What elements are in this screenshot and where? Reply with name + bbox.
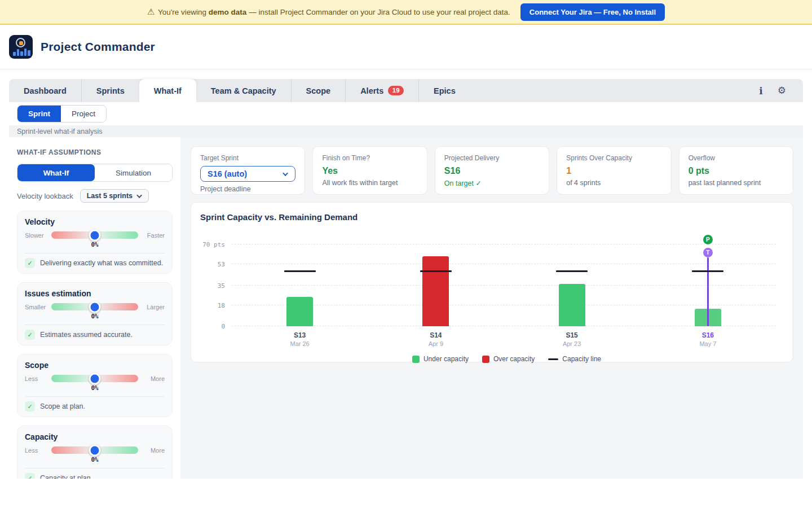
view-subtitle: Sprint-level what-if analysis <box>9 125 803 137</box>
legend-square-swatch <box>482 356 489 363</box>
legend-label: Under capacity <box>423 355 469 363</box>
scope-slider[interactable] <box>51 375 138 382</box>
y-tick-label: 0 <box>221 323 225 330</box>
y-tick-label: 18 <box>218 302 225 309</box>
mode-toggle-row: Sprint Project <box>9 102 803 125</box>
chart-gridline: 35 <box>232 285 776 286</box>
chart-gridline: 70 pts <box>232 244 776 244</box>
slider-value: 0% <box>25 456 165 463</box>
assumptions-sidebar: WHAT-IF ASSUMPTIONS What-If Simulation V… <box>9 137 180 479</box>
slider-value: 0% <box>25 313 165 320</box>
connect-jira-button[interactable]: Connect Your Jira — Free, No Install <box>520 3 665 21</box>
legend-square-swatch <box>412 356 420 363</box>
tab-team-capacity[interactable]: Team & Capacity <box>196 79 291 102</box>
chart-x-axis: S13Mar 26S14Apr 9S15Apr 23S16May 7 <box>232 331 776 352</box>
tab-epics[interactable]: Epics <box>418 79 470 102</box>
slider-thumb[interactable] <box>89 373 101 384</box>
main-content: Target Sprint S16 (auto) Project deadlin… <box>180 137 803 479</box>
chart-gridline: 53 <box>232 264 776 264</box>
chart-plot: 70 pts5335180PT <box>232 244 776 326</box>
legend-line-swatch <box>548 358 558 360</box>
target-marker: T <box>703 248 713 257</box>
slider-min-label: Less <box>25 375 46 382</box>
y-tick-label: 70 pts <box>202 241 225 248</box>
target-sprint-select[interactable]: S16 (auto) <box>200 166 295 182</box>
demo-data-banner: ⚠ You're viewing demo data — install Pro… <box>0 0 812 25</box>
legend-item: Under capacity <box>412 355 469 363</box>
sprint-project-toggle: Sprint Project <box>17 105 107 122</box>
legend-label: Capacity line <box>562 355 601 363</box>
slider-max-label: Faster <box>143 232 165 239</box>
y-tick-label: 53 <box>218 261 225 268</box>
y-tick-label: 35 <box>218 282 225 290</box>
assumption-note: Capacity at plan. <box>40 474 92 479</box>
toggle-sprint[interactable]: Sprint <box>17 106 61 122</box>
velocity-lookback-select[interactable]: Last 5 sprints <box>80 189 149 203</box>
slider-max-label: Larger <box>143 304 165 310</box>
slider-thumb[interactable] <box>89 301 101 313</box>
tab-dashboard[interactable]: Dashboard <box>9 79 81 102</box>
tab-sprints[interactable]: Sprints <box>81 79 139 102</box>
check-icon: ✓ <box>25 258 35 268</box>
legend-item: Over capacity <box>482 355 535 363</box>
capacity-chart-card: Sprint Capacity vs. Remaining Demand 70 … <box>191 202 793 362</box>
assumption-card-issues-estimation: Issues estimation Smaller Larger 0% ✓ Es… <box>17 282 173 345</box>
planned-marker: P <box>703 235 713 244</box>
check-icon: ✓ <box>25 330 35 340</box>
toggle-project[interactable]: Project <box>61 106 106 122</box>
velocity-lookback-label: Velocity lookback <box>17 192 73 200</box>
slider-min-label: Slower <box>25 232 46 239</box>
assumption-card-scope: Scope Less More 0% ✓ Scope at plan. <box>17 354 173 417</box>
capacity-line-segment <box>556 270 588 272</box>
app-header: Project Commander <box>0 25 812 69</box>
velocity-slider[interactable] <box>51 231 138 239</box>
demand-bar <box>559 284 585 326</box>
warning-icon: ⚠ <box>147 7 155 16</box>
check-icon: ✓ <box>25 401 35 411</box>
app-title: Project Commander <box>41 40 155 54</box>
tab-scope[interactable]: Scope <box>291 79 346 102</box>
alerts-count-badge: 19 <box>388 86 404 95</box>
slider-thumb[interactable] <box>89 229 101 241</box>
capacity-line-segment <box>692 270 723 272</box>
info-icon[interactable]: i <box>759 85 762 97</box>
check-icon: ✓ <box>25 473 35 479</box>
issues-estimation-slider[interactable] <box>51 303 138 310</box>
tab-bar: Dashboard Sprints What-If Team & Capacit… <box>9 79 803 102</box>
slider-min-label: Smaller <box>25 304 46 310</box>
capacity-line-segment <box>420 270 452 272</box>
x-axis-label: S16May 7 <box>699 331 716 347</box>
app-logo-icon <box>9 35 33 59</box>
gear-icon[interactable]: ⚙ <box>778 85 786 97</box>
demand-bar <box>286 297 313 326</box>
slider-max-label: More <box>143 375 165 382</box>
slider-max-label: More <box>143 447 165 454</box>
capacity-slider[interactable] <box>51 446 138 454</box>
chevron-down-icon <box>136 192 142 198</box>
x-axis-label: S13Mar 26 <box>290 331 310 347</box>
chart-legend: Under capacityOver capacityCapacity line <box>232 355 782 363</box>
tab-what-if[interactable]: What-If <box>139 79 196 102</box>
assumption-note: Delivering exactly what was committed. <box>40 259 163 267</box>
x-axis-label: S14Apr 9 <box>429 331 443 347</box>
toggle-simulation[interactable]: Simulation <box>95 164 172 181</box>
assumption-note: Estimates assumed accurate. <box>40 331 133 339</box>
toggle-what-if[interactable]: What-If <box>17 164 95 181</box>
legend-item: Capacity line <box>548 355 601 363</box>
tab-alerts[interactable]: Alerts 19 <box>345 79 418 102</box>
slider-value: 0% <box>25 384 165 392</box>
assumption-card-capacity: Capacity Less More 0% ✓ Capacity at plan… <box>17 426 173 479</box>
kpi-sprints-over-capacity: Sprints Over Capacity 1 of 4 sprints <box>557 146 671 195</box>
target-sprint-line <box>707 257 709 327</box>
assumption-note: Scope at plan. <box>40 402 85 410</box>
chart-title: Sprint Capacity vs. Remaining Demand <box>200 212 782 222</box>
chart-gridline: 18 <box>232 305 776 305</box>
chevron-down-icon <box>283 170 289 176</box>
kpi-target-sprint: Target Sprint S16 (auto) Project deadlin… <box>191 146 305 195</box>
assumption-card-velocity: Velocity Slower Faster 0% ✓ Delivering e… <box>17 211 173 274</box>
kpi-projected-delivery: Projected Delivery S16 On target ✓ <box>435 146 549 195</box>
x-axis-label: S15Apr 23 <box>563 331 581 347</box>
kpi-overflow: Overflow 0 pts past last planned sprint <box>679 146 793 195</box>
banner-message: ⚠ You're viewing demo data — install Pro… <box>147 7 510 17</box>
slider-thumb[interactable] <box>89 444 101 456</box>
